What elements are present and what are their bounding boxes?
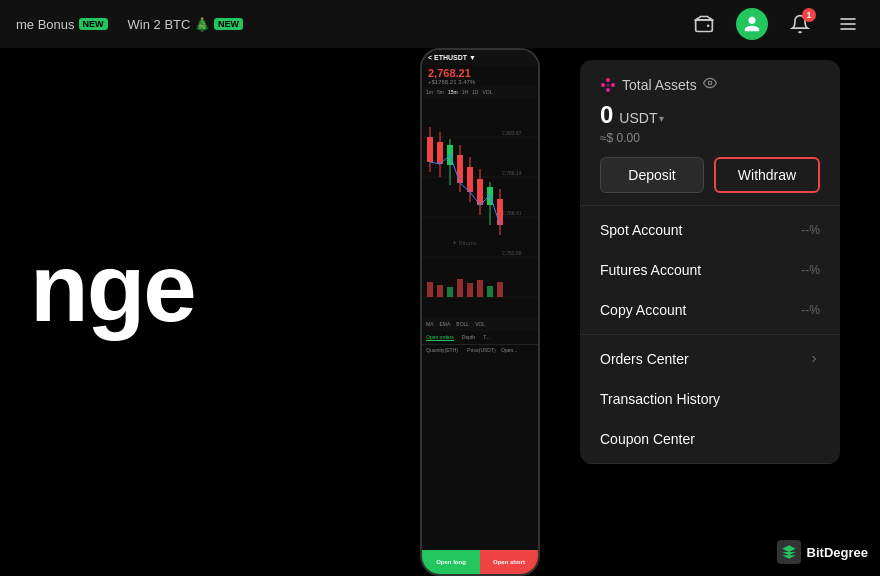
futures-account-label: Futures Account: [600, 262, 701, 278]
orders-center-label: Orders Center: [600, 351, 689, 367]
eye-icon[interactable]: [703, 76, 717, 93]
svg-text:✦ Bitunix: ✦ Bitunix: [452, 240, 477, 246]
open-long-btn[interactable]: Open long: [422, 550, 480, 574]
assets-usd: ≈$ 0.00: [600, 131, 820, 145]
phone-price: 2,768.21: [428, 67, 532, 79]
chevron-right-icon: [808, 353, 820, 365]
phone-action-btns: Open long Open short: [422, 550, 538, 574]
chart-tab-1h[interactable]: 1H: [462, 89, 468, 95]
copy-account-value: --%: [801, 303, 820, 317]
transaction-history-item[interactable]: Transaction History: [580, 379, 840, 419]
svg-rect-36: [487, 286, 493, 297]
chart-tabs: 1m 5m 15m 1H 1D VOL: [422, 87, 538, 97]
spot-account-label: Spot Account: [600, 222, 683, 238]
assets-amount-row: 0 USDT ▾: [600, 101, 820, 129]
tab-depth[interactable]: Depth: [462, 334, 475, 341]
avatar-btn[interactable]: [736, 8, 768, 40]
svg-rect-35: [477, 280, 483, 297]
svg-text:2,786.14: 2,786.14: [502, 170, 522, 176]
futures-account-pct: --%: [801, 263, 820, 277]
nav-win-label: Win 2 BTC 🎄: [128, 17, 210, 32]
orders-center-arrow: [808, 353, 820, 365]
svg-point-1: [707, 24, 710, 27]
navbar: me Bonus NEW Win 2 BTC 🎄 NEW 1: [0, 0, 880, 48]
open-label: Open...: [501, 347, 517, 353]
phone-order-tabs: Open orders Depth T...: [422, 331, 538, 345]
dropdown-panel: Total Assets 0 USDT ▾ ≈$ 0.00 Deposit Wi…: [580, 60, 840, 464]
svg-point-40: [606, 88, 610, 92]
notification-badge: 1: [802, 8, 816, 22]
transaction-history-label: Transaction History: [600, 391, 720, 407]
svg-rect-17: [437, 142, 443, 164]
nav-item-win[interactable]: Win 2 BTC 🎄 NEW: [128, 17, 243, 32]
other-menu-section: Orders Center Transaction History Coupon…: [580, 335, 840, 464]
bitdegree-logo: [777, 540, 801, 564]
svg-text:2,803.87: 2,803.87: [502, 130, 522, 136]
notification-icon-btn[interactable]: 1: [784, 8, 816, 40]
svg-point-42: [611, 83, 615, 87]
quantity-label: Quantity(ETH): [426, 347, 458, 353]
chart-tab-vol[interactable]: VOL: [482, 89, 492, 95]
chart-area: 2,803.87 2,786.14 2,768.41 2,750.68: [422, 97, 538, 317]
svg-point-44: [708, 81, 712, 85]
phone-header: < ETHUSDT ▼: [422, 50, 538, 65]
chart-tab-5m[interactable]: 5m: [437, 89, 444, 95]
svg-rect-33: [457, 279, 463, 297]
copy-account-label: Copy Account: [600, 302, 686, 318]
svg-point-41: [601, 83, 605, 87]
svg-rect-31: [437, 285, 443, 297]
chart-tab-15m[interactable]: 15m: [448, 89, 458, 95]
bitdegree-watermark: BitDegree: [777, 540, 868, 564]
spot-account-value: --%: [801, 223, 820, 237]
assets-currency: USDT ▾: [619, 110, 664, 126]
tab-trades[interactable]: T...: [483, 334, 490, 341]
svg-rect-29: [497, 199, 503, 225]
spot-account-pct: --%: [801, 223, 820, 237]
spot-account-item[interactable]: Spot Account --%: [580, 210, 840, 250]
svg-point-43: [607, 83, 610, 86]
copy-account-pct: --%: [801, 303, 820, 317]
phone-price-area: 2,768.21 +$1768.21 3.47%: [422, 65, 538, 87]
assets-header: Total Assets 0 USDT ▾ ≈$ 0.00 Deposit Wi…: [580, 60, 840, 206]
withdraw-btn[interactable]: Withdraw: [714, 157, 820, 193]
svg-text:2,750.68: 2,750.68: [502, 250, 522, 256]
phone-price-change: +$1768.21 3.47%: [428, 79, 532, 85]
tab-open-orders[interactable]: Open orders: [426, 334, 454, 341]
svg-rect-25: [477, 179, 483, 205]
chart-tab-1d[interactable]: 1D: [472, 89, 478, 95]
phone-order-row: Quantity(ETH) Price(USDT) Open...: [422, 345, 538, 355]
nav-bonus-badge: NEW: [79, 18, 108, 30]
copy-account-item[interactable]: Copy Account --%: [580, 290, 840, 330]
svg-rect-34: [467, 283, 473, 297]
svg-rect-0: [696, 20, 713, 32]
svg-rect-23: [467, 167, 473, 192]
assets-title-row: Total Assets: [600, 76, 820, 93]
phone-indicator-tabs: MAEMABOLLVOL: [422, 317, 538, 331]
polkadot-icon: [600, 77, 616, 93]
orders-center-item[interactable]: Orders Center: [580, 339, 840, 379]
svg-point-39: [606, 78, 610, 82]
coupon-center-item[interactable]: Coupon Center: [580, 419, 840, 459]
coupon-center-label: Coupon Center: [600, 431, 695, 447]
bitdegree-text: BitDegree: [807, 545, 868, 560]
menu-icon-btn[interactable]: [832, 8, 864, 40]
nav-item-bonus[interactable]: me Bonus NEW: [16, 17, 108, 32]
svg-rect-21: [457, 155, 463, 183]
phone-screen: < ETHUSDT ▼ 2,768.21 +$1768.21 3.47% 1m …: [422, 50, 538, 574]
nav-bonus-label: me Bonus: [16, 17, 75, 32]
chart-tab-1m[interactable]: 1m: [426, 89, 433, 95]
navbar-left: me Bonus NEW Win 2 BTC 🎄 NEW: [16, 17, 243, 32]
deposit-btn[interactable]: Deposit: [600, 157, 704, 193]
bg-text: nge: [30, 233, 195, 343]
navbar-right: 1: [688, 8, 864, 40]
svg-rect-30: [427, 282, 433, 297]
assets-amount: 0: [600, 101, 613, 129]
svg-rect-15: [427, 137, 433, 162]
currency-arrow: ▾: [659, 113, 664, 124]
phone-mockup: < ETHUSDT ▼ 2,768.21 +$1768.21 3.47% 1m …: [420, 48, 540, 576]
price-label: Price(USDT): [467, 347, 495, 353]
wallet-icon-btn[interactable]: [688, 8, 720, 40]
open-short-btn[interactable]: Open short: [480, 550, 538, 574]
futures-account-item[interactable]: Futures Account --%: [580, 250, 840, 290]
action-btns: Deposit Withdraw: [600, 157, 820, 193]
